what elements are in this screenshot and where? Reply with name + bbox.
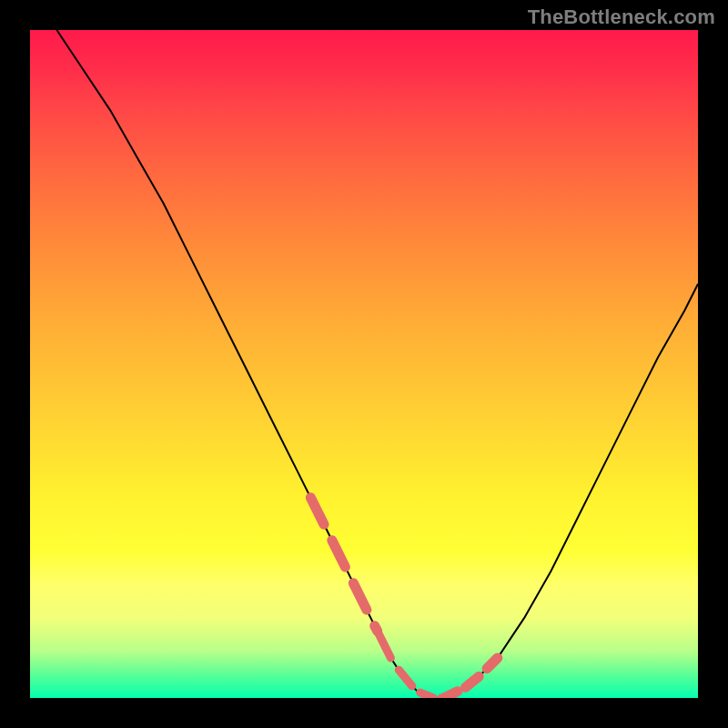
highlight-dash	[353, 583, 367, 610]
bottleneck-curve-svg	[30, 30, 698, 698]
highlight-dash	[378, 632, 391, 658]
highlight-dash	[420, 693, 434, 698]
curve-highlight-markers	[310, 498, 498, 698]
plot-area	[30, 30, 698, 698]
highlight-dash	[399, 670, 412, 686]
highlight-dash	[444, 692, 458, 698]
highlight-dash	[310, 498, 324, 524]
bottleneck-curve	[56, 30, 698, 698]
highlight-dash	[332, 541, 346, 567]
watermark-text: TheBottleneck.com	[528, 5, 715, 29]
highlight-dash	[466, 677, 480, 688]
highlight-dash	[375, 626, 378, 632]
highlight-dash	[487, 658, 498, 669]
chart-stage: TheBottleneck.com	[0, 0, 728, 728]
